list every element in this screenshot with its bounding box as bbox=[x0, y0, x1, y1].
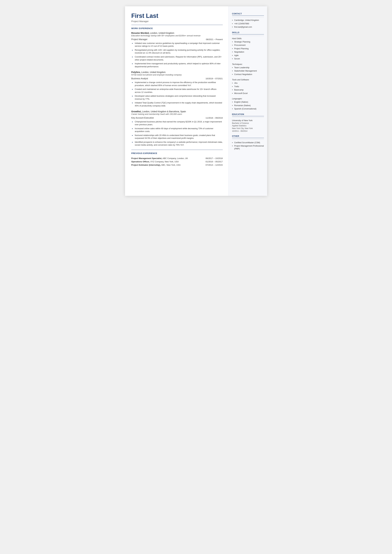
list-item: Initiated Total Quality Control (TQC) im… bbox=[132, 101, 223, 107]
role-dates-2: 10/2019 – 07/2021 bbox=[206, 77, 223, 80]
table-row: Project Estimator (Internship), ABC, New… bbox=[131, 163, 223, 167]
list-item: first.last@gmail.com bbox=[232, 25, 264, 29]
languages-list: English (Native) Romanian (Native) Spani… bbox=[232, 100, 264, 111]
list-item: Microsoft Excel bbox=[232, 92, 264, 95]
company-desc-1: Education technology startup with 50+ em… bbox=[131, 35, 223, 37]
list-item: Jira bbox=[232, 82, 264, 85]
role-dates-1: 08/2021 – Present bbox=[206, 38, 223, 41]
prev-exp-title-3: Project Estimator (Internship), ABC, New… bbox=[131, 163, 202, 167]
other-list: Certified ScrumMaster (CSM) Project Mana… bbox=[232, 141, 264, 151]
company-block-growthsi: Growthsi, London, United Kingdom & Barce… bbox=[131, 110, 223, 147]
company-block-resume-worded: Resume Worded, London, United Kingdom Ed… bbox=[131, 32, 223, 68]
techniques-label: Techniques: bbox=[232, 63, 264, 65]
list-item: English (Native) bbox=[232, 100, 264, 104]
company-block-polyhire: Polyhire, London, United Kingdom NYSE-li… bbox=[131, 71, 223, 107]
prev-exp-divider bbox=[131, 150, 223, 150]
prev-exp-dates-2: 01/2016 – 05/2017 bbox=[202, 160, 223, 163]
edu-dates: 10/2011 - 06/2014 bbox=[232, 130, 264, 133]
full-name: First Last bbox=[131, 13, 223, 19]
list-item: Team Leadership bbox=[232, 66, 264, 70]
role-title-1: Project Manager bbox=[131, 38, 148, 41]
sidebar-column: CONTACT Cambridge, United Kingdom +44 12… bbox=[228, 6, 267, 196]
list-item: Implemented a change control process to … bbox=[132, 81, 223, 87]
company-desc-2: NYSE-listed recruitment and employer bra… bbox=[131, 74, 223, 76]
other-section: OTHER Certified ScrumMaster (CSM) Projec… bbox=[232, 135, 264, 151]
edu-field: Applied Statistics bbox=[232, 125, 264, 127]
prev-exp-title-1: Project Management Specialist, ABC Compa… bbox=[131, 157, 202, 160]
job-title: Project Manager bbox=[131, 20, 223, 23]
role-dates-3: 11/2018 – 09/2019 bbox=[206, 117, 223, 119]
prev-exp-dates-1: 06/2017 – 10/2018 bbox=[202, 157, 223, 160]
company-location-1: London, United Kingdom bbox=[149, 32, 174, 34]
company-name-line-1: Resume Worded, London, United Kingdom bbox=[131, 32, 223, 34]
list-item: Strategic Planning bbox=[232, 40, 264, 44]
list-item: Contract Negotiation bbox=[232, 73, 264, 76]
list-item: Agile bbox=[232, 54, 264, 57]
list-item: Created and maintained an enterprise-wid… bbox=[132, 88, 223, 94]
list-item: Procurement bbox=[232, 44, 264, 47]
contact-list: Cambridge, United Kingdom +44 1234567890… bbox=[232, 19, 264, 29]
skills-section: SKILLS Hard Skills: Strategic Planning P… bbox=[232, 31, 264, 111]
previous-experience-table: Project Management Specialist, ABC Compa… bbox=[131, 157, 223, 167]
other-divider bbox=[232, 139, 264, 140]
work-experience-section: WORK EXPERIENCE Resume Worded, London, U… bbox=[131, 25, 223, 147]
role-title-2: Business Analyst bbox=[131, 77, 148, 80]
list-item: Spanish (Conversational) bbox=[232, 107, 264, 111]
other-header: OTHER bbox=[232, 135, 264, 138]
bullet-list-2: Implemented a change control process to … bbox=[131, 81, 223, 107]
tools-label: Tools and Software: bbox=[232, 79, 264, 81]
company-location-3: London, United Kingdom & Barcelona, Spai… bbox=[141, 110, 186, 113]
prev-exp-title-2: Operations Officer, XYZ Company, New Yor… bbox=[131, 160, 202, 163]
education-header: EDUCATION bbox=[232, 113, 264, 116]
table-row: Project Management Specialist, ABC Compa… bbox=[131, 157, 223, 160]
list-item: Implemented time management and producti… bbox=[132, 62, 223, 68]
company-name-line-3: Growthsi, London, United Kingdom & Barce… bbox=[131, 110, 223, 113]
company-desc-3: Career training and membership SaaS with… bbox=[131, 113, 223, 115]
previous-experience-header: PREVIOUS EXPERIENCE bbox=[131, 152, 223, 154]
role-line-1: Project Manager 08/2021 – Present bbox=[131, 38, 223, 41]
education-section: EDUCATION University of New York Bachelo… bbox=[232, 113, 264, 133]
list-item: Initiated new customer service guideline… bbox=[132, 42, 223, 48]
previous-experience-section: PREVIOUS EXPERIENCE Project Management S… bbox=[131, 150, 223, 167]
list-item: Identified prospects to enhance the comp… bbox=[132, 141, 223, 147]
list-item: Nurtured relationships with 20 HNIs to u… bbox=[132, 134, 223, 140]
company-name-1: Resume Worded, bbox=[131, 32, 149, 34]
list-item: Project Planning bbox=[232, 47, 264, 50]
contact-header: CONTACT bbox=[232, 13, 264, 16]
list-item: Certified ScrumMaster (CSM) bbox=[232, 141, 264, 145]
prev-exp-dates-3: 07/2014 – 12/2015 bbox=[202, 163, 223, 167]
list-item: Project Management Professional (PMP) bbox=[232, 144, 264, 150]
tools-list: Jira Trello Basecamp Microsoft Excel bbox=[232, 82, 264, 95]
list-item: Trello bbox=[232, 85, 264, 88]
edu-location: New York City, New York bbox=[232, 127, 264, 130]
main-column: First Last Project Manager WORK EXPERIEN… bbox=[125, 6, 228, 196]
techniques-list: Team Leadership Stakeholder Management C… bbox=[232, 66, 264, 76]
languages-label: Languages: bbox=[232, 98, 264, 100]
company-name-line-2: Polyhire, London, United Kingdom bbox=[131, 71, 223, 73]
company-location-2: London, United Kingdom bbox=[141, 71, 166, 73]
list-item: Increased online sales within 60 days of… bbox=[132, 127, 223, 133]
list-item: Basecamp bbox=[232, 88, 264, 92]
list-item: +44 1234567890 bbox=[232, 22, 264, 26]
role-title-3: Key Account Executive bbox=[131, 117, 154, 119]
contact-divider bbox=[232, 17, 264, 17]
company-name-3: Growthsi, bbox=[131, 110, 142, 113]
work-experience-header: WORK EXPERIENCE bbox=[131, 27, 223, 29]
list-item: Renegotiated pricing with 120+ old suppl… bbox=[132, 49, 223, 55]
list-item: Romanian (Native) bbox=[232, 104, 264, 107]
contact-section: CONTACT Cambridge, United Kingdom +44 12… bbox=[232, 13, 264, 29]
list-item: Cambridge, United Kingdom bbox=[232, 19, 264, 22]
role-line-2: Business Analyst 10/2019 – 07/2021 bbox=[131, 77, 223, 80]
skills-header: SKILLS bbox=[232, 31, 264, 35]
table-row: Operations Officer, XYZ Company, New Yor… bbox=[131, 160, 223, 163]
list-item: Scrum bbox=[232, 57, 264, 61]
resume-page: First Last Project Manager WORK EXPERIEN… bbox=[125, 6, 267, 196]
education-block: University of New York Bachelor of Scien… bbox=[232, 119, 264, 133]
company-name-2: Polyhire, bbox=[131, 71, 141, 73]
edu-degree: Bachelor of Science bbox=[232, 122, 264, 125]
name-block: First Last Project Manager bbox=[131, 13, 223, 23]
bullet-list-3: CHampioned business pitches that earned … bbox=[131, 120, 223, 147]
role-line-3: Key Account Executive 11/2018 – 09/2019 bbox=[131, 117, 223, 119]
bullet-list-1: Initiated new customer service guideline… bbox=[131, 42, 223, 68]
list-item: Developed value-added business strategie… bbox=[132, 95, 223, 100]
